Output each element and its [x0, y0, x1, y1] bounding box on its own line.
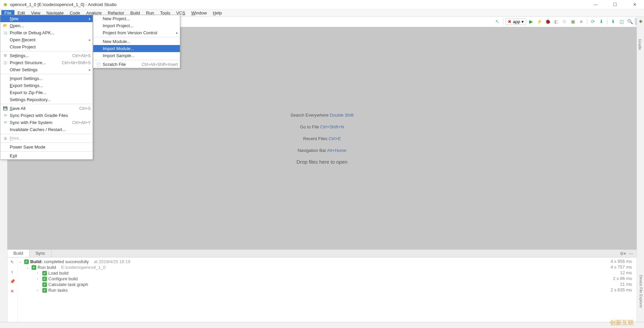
- minimize-button[interactable]: —: [589, 1, 602, 9]
- maximize-button[interactable]: ☐: [608, 1, 622, 9]
- run-config-label: app: [513, 19, 520, 24]
- hint-navbar: Navigation Bar Alt+Home: [298, 147, 347, 153]
- run-button[interactable]: ▶: [527, 18, 535, 25]
- hint-drop: Drop files here to open: [297, 159, 348, 165]
- menu-export-settings[interactable]: Export Settings...: [0, 82, 93, 89]
- bottom-panel-tabs: Build Sync ⚙▾ —: [7, 249, 637, 257]
- submenu-new-module[interactable]: New Module...: [93, 38, 180, 45]
- hide-panel-icon[interactable]: —: [629, 251, 633, 256]
- menu-power-save[interactable]: Power Save Mode: [0, 144, 93, 151]
- android-studio-icon: [3, 2, 8, 7]
- submenu-import-module[interactable]: Import Module...: [93, 45, 180, 52]
- filter-icon[interactable]: ⫾: [11, 269, 13, 274]
- menu-export-zip[interactable]: Export to Zip File...: [0, 89, 93, 96]
- profiler-button[interactable]: ◧: [552, 18, 560, 25]
- menu-settings-repo[interactable]: Settings Repository...: [0, 96, 93, 103]
- struct-icon[interactable]: ◫: [618, 18, 625, 25]
- pin-icon[interactable]: 📌: [10, 279, 15, 284]
- menu-open-recent[interactable]: Open Recent▸: [0, 36, 93, 43]
- menu-profile-apk[interactable]: ◲Profile or Debug APK...: [0, 29, 93, 36]
- build-row-runbuild[interactable]: ⌄✔Run build E:\codes\opencv4_1_0: [19, 264, 605, 270]
- submenu-scratch-file[interactable]: 📄Scratch FileCtrl+Alt+Shift+Insert: [93, 61, 180, 68]
- sync-icon[interactable]: ⟳: [589, 18, 597, 25]
- hint-gotofile: Go to File Ctrl+Shift+N: [300, 124, 344, 129]
- build-row-configure[interactable]: ›✔Configure build: [19, 276, 605, 282]
- gradle-icon[interactable]: ◉: [638, 19, 643, 24]
- tab-build[interactable]: Build: [7, 250, 30, 257]
- build-row-root[interactable]: ⌄✔Build: completed successfully at 2019/…: [19, 259, 605, 264]
- search-icon[interactable]: 🔍: [626, 18, 634, 25]
- rerun-icon[interactable]: ↖: [10, 259, 14, 264]
- close-button[interactable]: ✕: [628, 1, 641, 9]
- gradle-tab[interactable]: Gradle: [638, 39, 642, 50]
- download-icon[interactable]: ⬇: [609, 18, 617, 25]
- new-submenu-dropdown: New Project... Import Project... Project…: [93, 15, 180, 68]
- menu-other-settings[interactable]: Other Settings▸: [0, 66, 93, 73]
- stop-button[interactable]: ■: [578, 18, 585, 25]
- run-config-selector[interactable]: ✖app▾: [505, 18, 526, 25]
- submenu-project-vcs[interactable]: Project from Version Control▸: [93, 29, 180, 36]
- toolbar: ↖ ✖app▾ ▶ ⚡ 🐞 ◧ ⊙ ▣ ■ ⟳ ⬇ ⬇ ◫ 🔍 👤: [494, 17, 642, 26]
- menu-print[interactable]: 🖶Print...: [0, 135, 93, 142]
- window-buttons: — ☐ ✕: [589, 1, 641, 9]
- menu-help[interactable]: Help: [210, 10, 225, 16]
- build-row-runtasks[interactable]: ›✔Run tasks: [19, 287, 605, 293]
- hint-search: Search Everywhere Double Shift: [291, 112, 354, 118]
- build-row-taskgraph[interactable]: ✔Calculate task graph: [19, 282, 605, 287]
- file-menu-dropdown: New▸ 📂Open... ◲Profile or Debug APK... O…: [0, 15, 93, 160]
- menu-window[interactable]: Window: [188, 10, 210, 16]
- build-tree: ⌄✔Build: completed successfully at 2019/…: [17, 257, 606, 322]
- submenu-import-sample[interactable]: Import Sample...: [93, 52, 180, 59]
- hint-recent: Recent Files Ctrl+E: [303, 135, 341, 141]
- debug-button[interactable]: 🐞: [544, 18, 551, 25]
- watermark: 创新互联: [610, 319, 634, 327]
- avd-manager-icon[interactable]: ▣: [569, 18, 577, 25]
- menu-save-all[interactable]: 💾Save AllCtrl+S: [0, 105, 93, 112]
- menu-sync-fs[interactable]: ⟳Sync with File SystemCtrl+Alt+Y: [0, 119, 93, 126]
- tab-sync[interactable]: Sync: [30, 250, 52, 257]
- titlebar: opencv4_1_0 [E:\codes\opencv4_1_0] - And…: [0, 0, 644, 9]
- menu-project-structure[interactable]: ◫Project Structure...Ctrl+Alt+Shift+S: [0, 59, 93, 66]
- apply-changes-icon[interactable]: ⚡: [536, 18, 543, 25]
- sdk-manager-icon[interactable]: ⬇: [598, 18, 605, 25]
- submenu-import-project[interactable]: Import Project...: [93, 22, 180, 29]
- menu-exit[interactable]: Exit: [0, 152, 93, 159]
- right-tool-stripe: ◉ Gradle Device File Explorer: [637, 17, 644, 328]
- gear-icon[interactable]: ⚙▾: [620, 251, 626, 256]
- menu-new[interactable]: New▸: [0, 15, 93, 22]
- window-title: opencv4_1_0 [E:\codes\opencv4_1_0] - And…: [10, 2, 589, 7]
- build-row-loadbuild[interactable]: ›✔Load build: [19, 270, 605, 276]
- back-icon[interactable]: ↖: [494, 18, 501, 25]
- menu-sync-gradle[interactable]: ⟳Sync Project with Gradle Files: [0, 112, 93, 119]
- menu-invalidate-caches[interactable]: Invalidate Caches / Restart...: [0, 126, 93, 133]
- menu-close-project[interactable]: Close Project: [0, 43, 93, 50]
- menu-import-settings[interactable]: Import Settings...: [0, 75, 93, 82]
- close-panel-icon[interactable]: ✕: [10, 289, 14, 294]
- attach-debugger-icon[interactable]: ⊙: [561, 18, 568, 25]
- build-panel: ↖ ⫾ 📌 ✕ ⌄✔Build: completed successfully …: [7, 257, 637, 322]
- device-file-explorer-tab[interactable]: Device File Explorer: [639, 275, 643, 308]
- statusbar: [0, 322, 644, 328]
- build-times: 4 s 956 ms 4 s 757 ms 12 ms 2 s 86 ms 21…: [606, 257, 637, 322]
- build-panel-toolbar: ↖ ⫾ 📌 ✕: [7, 257, 17, 322]
- menu-settings[interactable]: ⚙Settings...Ctrl+Alt+S: [0, 52, 93, 59]
- submenu-new-project[interactable]: New Project...: [93, 15, 180, 22]
- menu-open[interactable]: 📂Open...: [0, 22, 93, 29]
